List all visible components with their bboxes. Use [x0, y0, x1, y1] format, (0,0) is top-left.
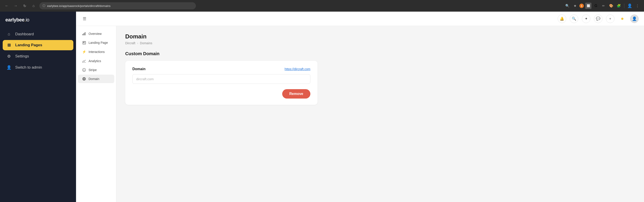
- page-content: Domain Dircraft › Domains Custom Domain …: [116, 26, 644, 202]
- svg-rect-2: [85, 32, 86, 35]
- search-button[interactable]: 🔍: [570, 14, 578, 23]
- header-actions: 🔔 🔍 ✦ 💬 + 👤: [558, 14, 639, 23]
- sidebar-item-settings[interactable]: ⚙ Settings: [3, 51, 73, 61]
- nav-home-button[interactable]: ⌂: [30, 3, 37, 9]
- sub-nav-domain-label: Domain: [88, 77, 99, 81]
- domain-card-footer: Remove: [132, 89, 310, 99]
- svg-rect-3: [83, 41, 86, 44]
- sub-nav-landing-page[interactable]: Landing Page: [78, 38, 114, 47]
- svg-rect-5: [84, 42, 85, 42]
- logo-early: early: [5, 17, 16, 22]
- sub-nav-stripe[interactable]: $ Stripe: [78, 66, 114, 74]
- chat-button[interactable]: 💬: [594, 14, 602, 23]
- browser-menu-button[interactable]: ⋮: [634, 3, 640, 9]
- sub-nav-stripe-label: Stripe: [88, 68, 97, 72]
- logo-bee: bee: [16, 17, 24, 22]
- notification-button[interactable]: 🔔: [558, 14, 566, 23]
- divider: [624, 3, 624, 8]
- domain-icon: [82, 77, 86, 81]
- address-bar-url: earlybee.io/app/saasrock/portals/dircraf…: [47, 4, 110, 7]
- nav-forward-button[interactable]: →: [12, 3, 19, 9]
- sidebar-item-switch-to-admin[interactable]: 👤 Switch to admin: [3, 62, 73, 73]
- browser-actions: 🔍 ★ 1 ⬜ G ✏ 🎨 🧩 👤 ⋮: [564, 3, 640, 9]
- sidebar-label-switch-to-admin: Switch to admin: [15, 65, 42, 70]
- svg-rect-6: [83, 43, 85, 43]
- sidebar-label-dashboard: Dashboard: [15, 32, 34, 36]
- svg-rect-4: [83, 42, 84, 43]
- landing-pages-icon: ⊞: [6, 43, 12, 48]
- ext-pen[interactable]: ✏: [600, 3, 607, 9]
- settings-icon: ⚙: [6, 54, 12, 59]
- svg-rect-1: [84, 33, 84, 35]
- ext-google[interactable]: G: [593, 3, 599, 9]
- sidebar-nav: ⌂ Dashboard ⊞ Landing Pages ⚙ Settings 👤…: [0, 29, 76, 73]
- sidebar-item-landing-pages[interactable]: ⊞ Landing Pages: [3, 40, 73, 50]
- nav-back-button[interactable]: ←: [4, 3, 10, 9]
- ext-puzzle[interactable]: 🧩: [616, 3, 622, 9]
- interactions-icon: ⚡: [82, 50, 86, 54]
- switch-admin-icon: 👤: [6, 65, 12, 70]
- domain-card-header: Domain https://dircraft.com: [132, 67, 310, 71]
- sidebar-logo: earlybee.io: [0, 17, 76, 29]
- breadcrumb: Dircraft › Domains: [125, 41, 635, 45]
- breadcrumb-current: Domains: [140, 41, 152, 45]
- section-title: Custom Domain: [125, 51, 635, 56]
- main-area: ☰ 🔔 🔍 ✦ 💬 + 👤: [76, 12, 644, 202]
- sub-nav-overview-label: Overview: [88, 32, 102, 35]
- stripe-icon: $: [82, 68, 86, 72]
- ext-avatar[interactable]: 👤: [626, 3, 633, 9]
- sub-nav-analytics[interactable]: Analytics: [78, 57, 114, 65]
- remove-button[interactable]: Remove: [282, 89, 310, 99]
- menu-toggle-icon[interactable]: ☰: [82, 15, 88, 22]
- sub-nav-domain[interactable]: Domain: [78, 75, 114, 83]
- ext-toggle[interactable]: ⬜: [585, 3, 592, 9]
- sub-nav-overview[interactable]: Overview: [78, 29, 114, 38]
- domain-card: Domain https://dircraft.com Remove: [125, 61, 318, 105]
- domain-card-link[interactable]: https://dircraft.com: [285, 67, 310, 71]
- sidebar: earlybee.io ⌂ Dashboard ⊞ Landing Pages …: [0, 12, 76, 202]
- breadcrumb-parent: Dircraft: [125, 41, 135, 45]
- svg-text:$: $: [84, 69, 84, 71]
- landing-page-sub-icon: [82, 41, 86, 44]
- app-layout: earlybee.io ⌂ Dashboard ⊞ Landing Pages …: [0, 12, 644, 202]
- sub-nav-analytics-label: Analytics: [88, 59, 101, 63]
- sidebar-label-landing-pages: Landing Pages: [15, 43, 42, 47]
- sub-sidebar: Overview Landing Page ⚡ In: [76, 26, 116, 202]
- address-bar[interactable]: ⓘ earlybee.io/app/saasrock/portals/dircr…: [39, 2, 196, 9]
- status-dot-container: [618, 14, 626, 23]
- sidebar-label-settings: Settings: [15, 54, 29, 58]
- dashboard-icon: ⌂: [6, 32, 12, 36]
- analytics-icon: [82, 59, 86, 63]
- logo-io: io: [26, 17, 29, 22]
- browser-chrome: ← → ↻ ⌂ ⓘ earlybee.io/app/saasrock/porta…: [0, 0, 644, 12]
- browser-star-button[interactable]: ★: [572, 3, 578, 9]
- status-dot: [621, 18, 624, 20]
- page-title: Domain: [125, 33, 635, 40]
- domain-input[interactable]: [132, 74, 310, 84]
- sidebar-item-dashboard[interactable]: ⌂ Dashboard: [3, 29, 73, 39]
- sub-nav-landing-page-label: Landing Page: [88, 41, 108, 44]
- svg-rect-0: [82, 34, 83, 35]
- browser-search-button[interactable]: 🔍: [564, 3, 570, 9]
- nav-reload-button[interactable]: ↻: [22, 3, 28, 9]
- sub-nav-interactions[interactable]: ⚡ Interactions: [78, 47, 114, 56]
- user-avatar-button[interactable]: 👤: [630, 14, 639, 23]
- overview-icon: [82, 32, 86, 35]
- content-area: Overview Landing Page ⚡ In: [76, 26, 644, 202]
- add-button[interactable]: +: [606, 14, 614, 23]
- breadcrumb-separator: ›: [137, 41, 138, 45]
- header-bar: ☰ 🔔 🔍 ✦ 💬 + 👤: [76, 12, 644, 26]
- sparkle-button[interactable]: ✦: [582, 14, 590, 23]
- extension-badge[interactable]: 1: [580, 3, 584, 8]
- svg-rect-7: [82, 62, 86, 63]
- sub-nav-interactions-label: Interactions: [88, 50, 105, 54]
- ext-color[interactable]: 🎨: [608, 3, 614, 9]
- domain-card-label: Domain: [132, 67, 146, 71]
